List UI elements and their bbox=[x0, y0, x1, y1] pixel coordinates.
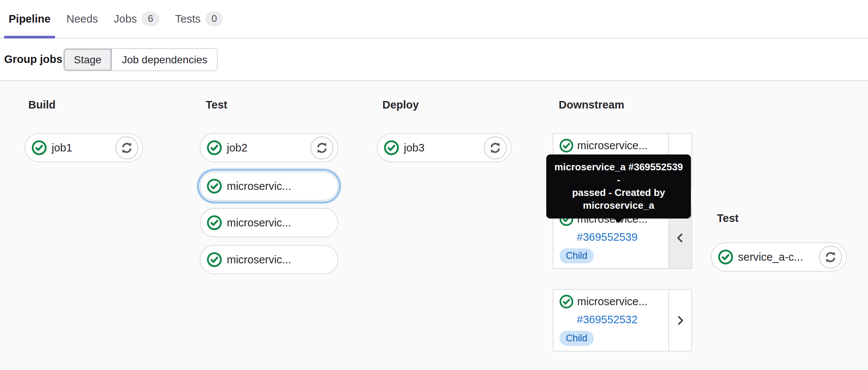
tooltip-line: microservice_a #369552539 - bbox=[552, 161, 686, 186]
segment-stage[interactable]: Stage bbox=[64, 49, 112, 70]
job-name: microservic... bbox=[227, 254, 291, 266]
tab-tests-label: Tests bbox=[175, 13, 201, 25]
status-passed-icon bbox=[207, 179, 222, 194]
tab-pipeline-label: Pipeline bbox=[9, 13, 50, 25]
tests-count-badge: 0 bbox=[205, 11, 223, 26]
job-pill-microservice-selected[interactable]: microservic... bbox=[200, 171, 338, 201]
retry-button[interactable] bbox=[310, 136, 333, 159]
tab-pipeline[interactable]: Pipeline bbox=[1, 0, 58, 38]
tab-needs[interactable]: Needs bbox=[58, 0, 106, 38]
job-pill-job1[interactable]: job1 bbox=[24, 133, 143, 162]
status-passed-icon bbox=[207, 252, 222, 267]
tab-jobs[interactable]: Jobs 6 bbox=[106, 0, 167, 38]
retry-icon bbox=[489, 142, 501, 154]
retry-icon bbox=[121, 142, 133, 154]
job-name: microservic... bbox=[227, 217, 291, 229]
downstream-card[interactable]: microservice... #369552532 Child bbox=[553, 289, 692, 352]
tab-tests[interactable]: Tests 0 bbox=[167, 0, 231, 38]
stage-header-child-test: Test bbox=[717, 212, 738, 225]
chevron-left-icon bbox=[674, 232, 686, 244]
pipeline-graph-canvas: Build Test Deploy Downstream job1 job2 m… bbox=[0, 81, 868, 370]
stage-header-build: Build bbox=[28, 99, 56, 111]
job-pill-service-a[interactable]: service_a-c... bbox=[711, 242, 847, 272]
retry-button[interactable] bbox=[484, 136, 507, 159]
downstream-pipeline-link[interactable]: #369552532 bbox=[577, 313, 664, 326]
status-passed-icon bbox=[207, 140, 222, 155]
jobs-count-badge: 6 bbox=[142, 11, 159, 26]
retry-icon bbox=[824, 251, 837, 263]
tooltip-line: passed - Created by bbox=[552, 186, 686, 199]
status-passed-icon bbox=[384, 140, 399, 155]
tooltip-line: microservice_a bbox=[552, 199, 686, 212]
retry-button[interactable] bbox=[115, 136, 138, 159]
tab-needs-label: Needs bbox=[66, 13, 98, 25]
status-passed-icon bbox=[207, 215, 222, 230]
retry-icon bbox=[316, 142, 328, 154]
child-badge: Child bbox=[559, 248, 594, 263]
controls-row: Group jobs by Stage Job dependencies bbox=[0, 38, 868, 81]
job-name: job3 bbox=[404, 142, 425, 154]
stage-header-downstream: Downstream bbox=[559, 99, 624, 111]
expand-button[interactable] bbox=[668, 290, 691, 351]
retry-button[interactable] bbox=[819, 246, 842, 269]
job-name: job1 bbox=[52, 142, 72, 154]
downstream-pipeline-title: microservice... bbox=[577, 139, 648, 152]
child-badge: Child bbox=[559, 331, 594, 346]
tab-jobs-label: Jobs bbox=[114, 13, 137, 25]
job-name: microservic... bbox=[227, 180, 291, 193]
downstream-pipeline-link[interactable]: #369552539 bbox=[577, 231, 664, 243]
segment-job-dependencies[interactable]: Job dependencies bbox=[112, 49, 217, 70]
status-passed-icon bbox=[559, 139, 573, 153]
job-name: service_a-c... bbox=[738, 251, 803, 263]
stage-header-test: Test bbox=[206, 99, 227, 111]
pipeline-tooltip: microservice_a #369552539 - passed - Cre… bbox=[546, 154, 691, 219]
status-passed-icon bbox=[32, 140, 47, 155]
job-pill-job2[interactable]: job2 bbox=[200, 133, 338, 162]
status-passed-icon bbox=[718, 249, 733, 265]
stage-header-deploy: Deploy bbox=[382, 99, 419, 111]
status-passed-icon bbox=[559, 295, 573, 309]
job-pill-microservice[interactable]: microservic... bbox=[200, 245, 338, 274]
chevron-right-icon bbox=[674, 315, 686, 326]
pipeline-tabbar: Pipeline Needs Jobs 6 Tests 0 bbox=[0, 0, 868, 38]
job-name: job2 bbox=[227, 142, 248, 154]
group-jobs-by-segmented-control: Stage Job dependencies bbox=[63, 48, 218, 71]
job-pill-microservice[interactable]: microservic... bbox=[200, 208, 338, 237]
downstream-pipeline-title: microservice... bbox=[577, 295, 648, 308]
job-pill-job3[interactable]: job3 bbox=[377, 133, 512, 162]
